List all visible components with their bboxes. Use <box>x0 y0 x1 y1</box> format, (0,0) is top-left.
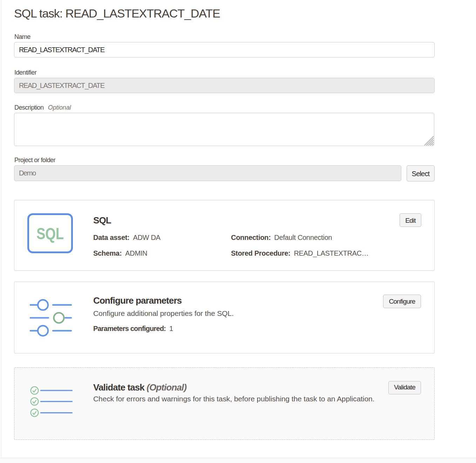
svg-text:SQL: SQL <box>36 224 64 243</box>
